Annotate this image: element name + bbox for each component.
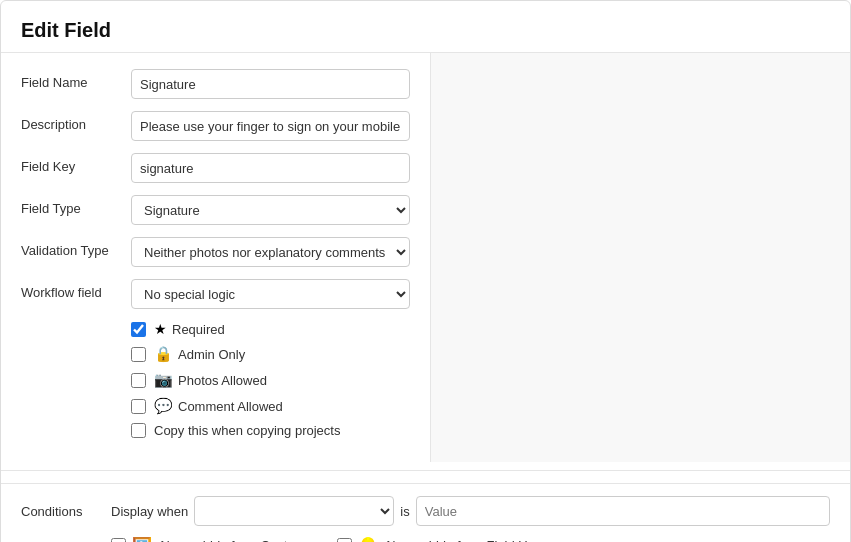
workflow-field-select[interactable]: No special logic Start field End field xyxy=(131,279,410,309)
field-name-input[interactable] xyxy=(131,69,410,99)
admin-only-checkbox[interactable] xyxy=(131,347,146,362)
value-input[interactable] xyxy=(416,496,830,526)
description-label: Description xyxy=(21,111,131,132)
form-section: Field Name Description Field Key xyxy=(1,53,431,462)
workflow-field-label: Workflow field xyxy=(21,279,131,300)
hide-field-user-label: Always hide from Field User xyxy=(384,538,546,542)
lock-icon: 🔒 xyxy=(154,345,173,363)
conditions-section: Conditions Display when is 🖼️ Always hid… xyxy=(1,483,850,542)
photos-allowed-checkbox-row: 📷 Photos Allowed xyxy=(21,371,410,389)
hide-customer-checkbox[interactable] xyxy=(111,538,126,542)
field-user-icon: 👷 xyxy=(358,536,378,542)
comment-allowed-checkbox[interactable] xyxy=(131,399,146,414)
admin-only-checkbox-row: 🔒 Admin Only xyxy=(21,345,410,363)
copy-project-checkbox[interactable] xyxy=(131,423,146,438)
workflow-field-control: No special logic Start field End field xyxy=(131,279,410,309)
field-key-input[interactable] xyxy=(131,153,410,183)
field-type-select[interactable]: Signature Text Number Date Checkbox xyxy=(131,195,410,225)
validation-type-row: Validation Type Neither photos nor expla… xyxy=(21,237,410,267)
edit-field-modal: Edit Field Field Name Description Field … xyxy=(0,0,851,542)
field-type-row: Field Type Signature Text Number Date Ch… xyxy=(21,195,410,225)
camera-icon: 📷 xyxy=(154,371,173,389)
copy-project-checkbox-row: Copy this when copying projects xyxy=(21,423,410,438)
copy-project-label: Copy this when copying projects xyxy=(154,423,340,438)
field-key-label: Field Key xyxy=(21,153,131,174)
checkboxes-section: ★ Required 🔒 Admin Only 📷 Photos Allowed xyxy=(21,321,410,438)
field-key-row: Field Key xyxy=(21,153,410,183)
field-type-label: Field Type xyxy=(21,195,131,216)
hide-field-user-checkbox[interactable] xyxy=(337,538,352,542)
comment-allowed-checkbox-row: 💬 Comment Allowed xyxy=(21,397,410,415)
modal-title: Edit Field xyxy=(21,19,830,42)
admin-only-label: Admin Only xyxy=(178,347,245,362)
description-input[interactable] xyxy=(131,111,410,141)
workflow-field-row: Workflow field No special logic Start fi… xyxy=(21,279,410,309)
photos-allowed-checkbox[interactable] xyxy=(131,373,146,388)
field-name-row: Field Name xyxy=(21,69,410,99)
customer-icon: 🖼️ xyxy=(132,536,152,542)
required-checkbox[interactable] xyxy=(131,322,146,337)
display-when-select[interactable] xyxy=(194,496,394,526)
field-type-control: Signature Text Number Date Checkbox xyxy=(131,195,410,225)
modal-header: Edit Field xyxy=(1,1,850,53)
description-control xyxy=(131,111,410,141)
conditions-label: Conditions xyxy=(21,504,111,519)
validation-type-label: Validation Type xyxy=(21,237,131,258)
is-label: is xyxy=(400,504,409,519)
hide-customer-option: 🖼️ Always hide from Customer xyxy=(111,536,317,542)
field-name-label: Field Name xyxy=(21,69,131,90)
photos-allowed-label: Photos Allowed xyxy=(178,373,267,388)
validation-type-control: Neither photos nor explanatory comments … xyxy=(131,237,410,267)
conditions-row: Conditions Display when is xyxy=(21,496,830,526)
description-row: Description xyxy=(21,111,410,141)
field-key-control xyxy=(131,153,410,183)
preview-section xyxy=(431,53,850,462)
modal-body: Field Name Description Field Key xyxy=(1,53,850,462)
hide-customer-label: Always hide from Customer xyxy=(158,538,317,542)
star-icon: ★ xyxy=(154,321,167,337)
divider-conditions xyxy=(1,470,850,471)
comment-icon: 💬 xyxy=(154,397,173,415)
display-when-label: Display when xyxy=(111,504,188,519)
field-name-control xyxy=(131,69,410,99)
comment-allowed-label: Comment Allowed xyxy=(178,399,283,414)
required-checkbox-row: ★ Required xyxy=(21,321,410,337)
validation-type-select[interactable]: Neither photos nor explanatory comments … xyxy=(131,237,410,267)
hide-field-user-option: 👷 Always hide from Field User xyxy=(337,536,546,542)
hide-options-row: 🖼️ Always hide from Customer 👷 Always hi… xyxy=(111,536,830,542)
required-label: Required xyxy=(172,322,225,337)
